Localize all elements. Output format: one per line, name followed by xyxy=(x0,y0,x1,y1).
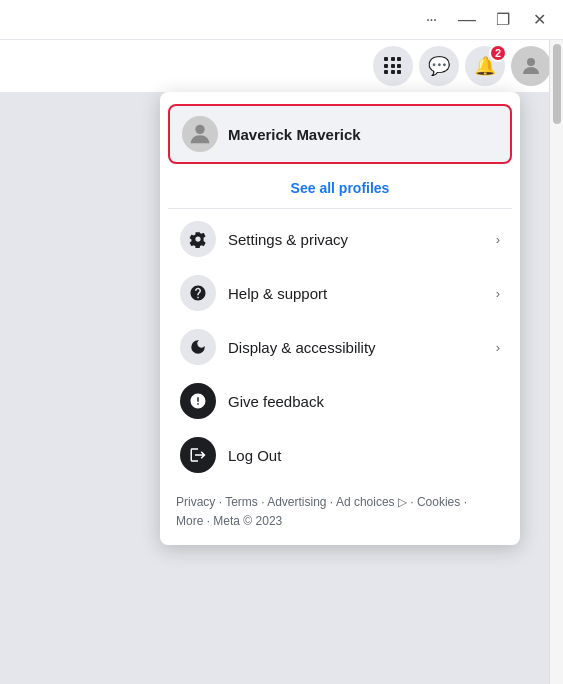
more-link[interactable]: More xyxy=(176,514,203,528)
scrollbar-thumb[interactable] xyxy=(553,44,561,124)
notifications-button[interactable]: 🔔 2 xyxy=(465,46,505,86)
privacy-link[interactable]: Privacy xyxy=(176,495,215,509)
help-arrow: › xyxy=(496,286,500,301)
profile-item[interactable]: Maverick Maverick xyxy=(168,104,512,164)
gear-icon xyxy=(189,230,207,248)
messenger-icon: 💬 xyxy=(428,55,450,77)
svg-point-0 xyxy=(527,58,535,66)
logout-icon xyxy=(189,446,207,464)
settings-icon-circle xyxy=(180,221,216,257)
avatar-person-icon xyxy=(186,120,214,148)
menu-item-logout[interactable]: Log Out xyxy=(168,429,512,481)
cookies-link[interactable]: Cookies xyxy=(417,495,460,509)
help-icon-circle xyxy=(180,275,216,311)
question-icon xyxy=(189,284,207,302)
moon-icon xyxy=(189,338,207,356)
advertising-link[interactable]: Advertising xyxy=(267,495,326,509)
grid-icon xyxy=(384,57,402,75)
apps-button[interactable] xyxy=(373,46,413,86)
help-label: Help & support xyxy=(228,285,484,302)
profile-dropdown: Maverick Maverick See all profiles Setti… xyxy=(160,92,520,545)
more-options-button[interactable]: ··· xyxy=(415,4,447,36)
logout-label: Log Out xyxy=(228,447,500,464)
profile-avatar-button[interactable] xyxy=(511,46,551,86)
menu-item-help[interactable]: Help & support › xyxy=(168,267,512,319)
nav-bar: 💬 🔔 2 xyxy=(0,40,563,92)
feedback-label: Give feedback xyxy=(228,393,500,410)
maximize-icon: ❐ xyxy=(496,10,510,29)
minimize-icon: — xyxy=(458,9,476,30)
ad-choices-link[interactable]: Ad choices ▷ xyxy=(336,495,407,509)
dots-icon: ··· xyxy=(426,11,436,29)
see-all-profiles-link[interactable]: See all profiles xyxy=(168,172,512,209)
menu-item-display[interactable]: Display & accessibility › xyxy=(168,321,512,373)
settings-arrow: › xyxy=(496,232,500,247)
person-icon xyxy=(519,54,543,78)
maximize-button[interactable]: ❐ xyxy=(487,4,519,36)
display-arrow: › xyxy=(496,340,500,355)
profile-name: Maverick Maverick xyxy=(228,126,361,143)
feedback-icon-circle xyxy=(180,383,216,419)
svg-point-1 xyxy=(195,125,204,134)
menu-item-feedback[interactable]: Give feedback xyxy=(168,375,512,427)
notification-badge: 2 xyxy=(489,44,507,62)
profile-item-avatar xyxy=(182,116,218,152)
settings-label: Settings & privacy xyxy=(228,231,484,248)
messenger-button[interactable]: 💬 xyxy=(419,46,459,86)
scrollbar[interactable] xyxy=(549,40,563,684)
display-label: Display & accessibility xyxy=(228,339,484,356)
close-icon: ✕ xyxy=(533,10,546,29)
minimize-button[interactable]: — xyxy=(451,4,483,36)
footer-links: Privacy · Terms · Advertising · Ad choic… xyxy=(160,483,520,537)
meta-copyright: Meta © 2023 xyxy=(213,514,282,528)
window-top-bar: ··· — ❐ ✕ xyxy=(0,0,563,40)
terms-link[interactable]: Terms xyxy=(225,495,258,509)
display-icon-circle xyxy=(180,329,216,365)
exclamation-icon xyxy=(189,392,207,410)
close-button[interactable]: ✕ xyxy=(523,4,555,36)
menu-item-settings[interactable]: Settings & privacy › xyxy=(168,213,512,265)
logout-icon-circle xyxy=(180,437,216,473)
